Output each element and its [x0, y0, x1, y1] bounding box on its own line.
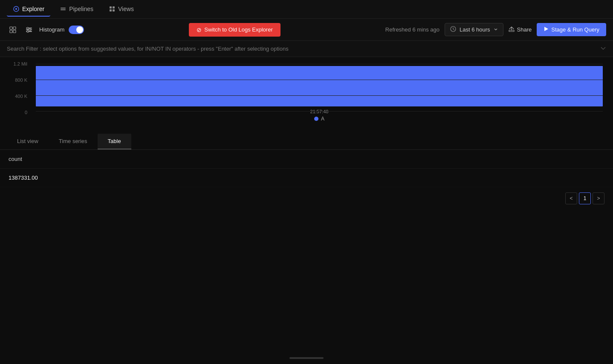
table-column-header: count [0, 150, 613, 169]
toolbar-center: ⊘ Switch to Old Logs Explorer [89, 23, 380, 37]
svg-point-15 [27, 27, 29, 29]
y-label-0: 0 [7, 110, 27, 115]
page-1-label: 1 [584, 195, 587, 201]
chart-wrapper: 21:57:48 A [36, 64, 603, 122]
nav-tab-views[interactable]: Views [103, 2, 140, 17]
pagination-page-1-button[interactable]: 1 [579, 192, 591, 204]
pagination-prev-button[interactable]: < [565, 192, 577, 204]
stop-icon: ⊘ [197, 26, 202, 33]
chart-x-label: 21:57:48 [36, 109, 603, 114]
legend-label: A [321, 116, 324, 122]
svg-rect-10 [10, 30, 12, 33]
y-label-400k: 400 K [7, 94, 27, 99]
chart-bar [36, 66, 603, 106]
tab-list-view[interactable]: List view [7, 134, 49, 149]
clock-icon [450, 26, 456, 33]
svg-rect-11 [13, 30, 16, 33]
tab-table-label: Table [108, 138, 121, 144]
toolbar-left: Histogram [7, 24, 84, 36]
grid-icon [109, 6, 116, 12]
table-row: 1387331.00 [0, 169, 613, 187]
search-bar [0, 41, 613, 57]
view-tabs: List view Time series Table [0, 134, 613, 150]
pagination: < 1 > [0, 187, 613, 209]
tab-list-view-label: List view [17, 138, 38, 144]
svg-rect-3 [61, 9, 66, 10]
time-range-label: Last 6 hours [460, 26, 490, 33]
histogram-toggle[interactable] [69, 26, 84, 34]
y-label-800k: 800 K [7, 77, 27, 83]
svg-rect-5 [113, 6, 115, 9]
histogram-label: Histogram [39, 26, 64, 33]
share-label: Share [517, 26, 532, 33]
svg-rect-7 [113, 9, 115, 11]
toolbar: Histogram ⊘ Switch to Old Logs Explorer … [0, 19, 613, 41]
time-range-button[interactable]: Last 6 hours [445, 23, 503, 36]
svg-point-16 [29, 29, 31, 31]
switch-old-logs-label: Switch to Old Logs Explorer [204, 26, 272, 33]
svg-rect-8 [10, 27, 12, 29]
chart-bars [36, 64, 603, 106]
search-input[interactable] [7, 46, 600, 52]
svg-point-17 [27, 31, 29, 32]
nav-tab-pipelines[interactable]: Pipelines [54, 2, 99, 17]
toolbar-right: Refreshed 6 mins ago Last 6 hours [385, 23, 606, 36]
nav-tab-pipelines-label: Pipelines [69, 6, 93, 12]
switch-old-logs-button[interactable]: ⊘ Switch to Old Logs Explorer [189, 23, 280, 37]
compass-icon [13, 6, 20, 12]
tab-table[interactable]: Table [98, 134, 131, 149]
svg-marker-20 [544, 27, 548, 31]
play-icon [544, 26, 549, 33]
table-content: count 1387331.00 [0, 150, 613, 187]
refresh-text: Refreshed 6 mins ago [385, 26, 440, 33]
svg-rect-9 [13, 27, 16, 29]
chart-area: 1.2 Mil 800 K 400 K 0 21:57:48 A [0, 57, 613, 134]
chart-legend: A [36, 116, 603, 122]
y-label-1.2mil: 1.2 Mil [7, 61, 27, 66]
svg-rect-4 [110, 6, 112, 9]
share-icon [509, 26, 515, 33]
scroll-indicator [288, 355, 325, 361]
svg-point-1 [15, 8, 17, 10]
scroll-bar [289, 357, 324, 359]
chevron-down-icon [494, 26, 498, 33]
svg-rect-19 [509, 30, 514, 32]
svg-rect-2 [61, 8, 66, 9]
top-nav: Explorer Pipelines Views [0, 0, 613, 19]
expand-icon-btn[interactable] [7, 24, 19, 36]
nav-tab-explorer-label: Explorer [22, 6, 44, 12]
chevron-right-icon: > [597, 195, 600, 201]
settings-icon-btn[interactable] [23, 24, 35, 36]
run-query-button[interactable]: Stage & Run Query [537, 23, 606, 36]
run-query-label: Stage & Run Query [551, 26, 599, 33]
share-button[interactable]: Share [509, 26, 532, 33]
expand-search-icon[interactable] [600, 45, 606, 52]
svg-rect-6 [110, 9, 112, 11]
pipeline-icon [60, 6, 67, 12]
nav-tab-explorer[interactable]: Explorer [7, 2, 50, 17]
tab-time-series[interactable]: Time series [49, 134, 98, 149]
legend-dot [314, 117, 318, 121]
tab-time-series-label: Time series [59, 138, 87, 144]
chevron-left-icon: < [570, 195, 573, 201]
pagination-next-button[interactable]: > [593, 192, 604, 204]
nav-tab-views-label: Views [118, 6, 134, 12]
